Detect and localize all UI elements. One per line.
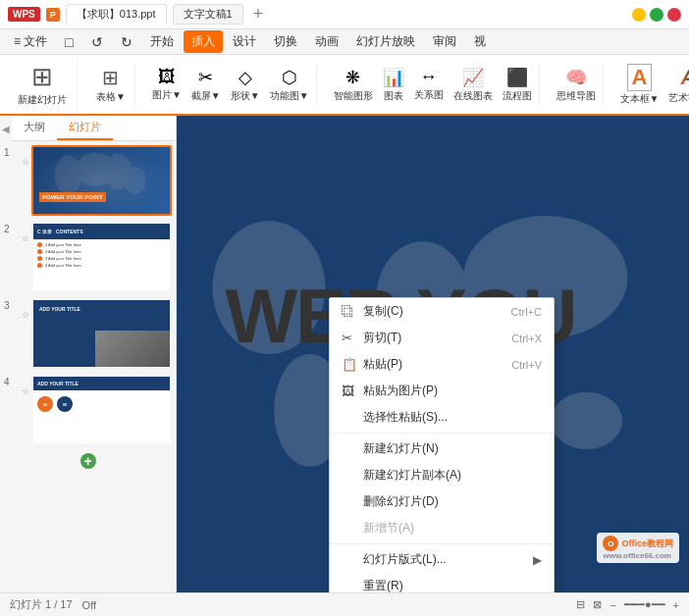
list-item[interactable]: 2 ☆ C 目录 CONTENTS 1 Add your Title here … [4,222,172,292]
menu-paste-image[interactable]: 🖼 粘贴为图片(P) [330,378,554,404]
slide4-background: ADD YOUR TITLE 50 90 [33,377,170,443]
menu-redo1-icon[interactable]: ↺ [83,31,111,53]
menu-slideshow[interactable]: 幻灯片放映 [348,30,423,53]
mindmap-group: 🧠 思维导图 [550,65,604,105]
menu-review[interactable]: 审阅 [425,30,464,53]
zoom-in-btn[interactable]: + [673,599,679,611]
list-item[interactable]: 4 ☆ ADD YOUR TITLE 50 90 [4,375,172,445]
new-slide-icon: ⊞ [31,62,53,92]
wps-logo: WPS [8,7,40,22]
slide-number-1: 1 [4,147,18,158]
list-item[interactable]: 3 ☆ ADD YOUR TITLE [4,298,172,369]
menu-copy[interactable]: ⿻ 复制(C) Ctrl+C [330,298,554,325]
screenshot-icon: ✂ [198,67,213,88]
menu-new-slide[interactable]: 新建幻灯片(N) [330,436,554,462]
menu-new-slide-copy[interactable]: 新建幻灯片副本(A) [330,462,554,488]
list-item[interactable]: 1 ☆ POWER YOUR POINT [4,145,172,216]
menu-redo2-icon[interactable]: ↻ [113,31,140,53]
slide1-map-svg [33,147,170,214]
menu-transition[interactable]: 切换 [266,30,305,53]
online-chart-btn[interactable]: 📈 在线图表 [450,65,496,105]
doc-tab[interactable]: 文字文稿1 [173,4,243,25]
zoom-slider[interactable]: ━━━●━━ [624,598,665,611]
outline-tab[interactable]: 大纲 [12,116,57,140]
slide2-header-text2: CONTENTS [56,229,83,234]
menu-cut-label: 剪切(T) [363,330,401,346]
menu-paste[interactable]: 📋 粘贴(P) Ctrl+V [330,351,554,378]
mindmap-icon: 🧠 [565,67,587,88]
function-btn[interactable]: ⬡ 功能图▼ [267,65,312,105]
slide-star-4: ☆ [22,386,29,396]
menu-view[interactable]: 视 [466,30,494,53]
menu-animation[interactable]: 动画 [307,30,346,53]
menu-selective-paste[interactable]: 选择性粘贴(S)... [330,404,554,431]
table-btn[interactable]: ⊞ 表格▼ [93,64,129,106]
menu-undo-icon[interactable]: □ [57,31,80,53]
menu-start[interactable]: 开始 [142,30,182,53]
menu-slide-layout[interactable]: 幻灯片版式(L)... ▶ [330,546,554,573]
status-right: ⊟ ⊠ − ━━━●━━ + [576,598,679,611]
slide-info: 幻灯片 1 / 17 [10,597,73,612]
menu-file[interactable]: ≡ 文件 [6,30,55,53]
slide-thumb-2[interactable]: C 目录 CONTENTS 1 Add your Title here 2 Ad… [31,222,172,292]
view-icon-normal[interactable]: ⊟ [576,598,585,611]
slide-thumb-4[interactable]: ADD YOUR TITLE 50 90 [31,375,172,445]
slide-thumb-3[interactable]: ADD YOUR TITLE [31,298,172,369]
maximize-btn[interactable] [650,8,663,22]
menu-delete-slide[interactable]: 删除幻灯片(D) [330,488,554,515]
toolbar: ⊞ 新建幻灯片 ⊞ 表格▼ 🖼 图片▼ ✂ 截屏▼ ◇ 形状▼ ⬡ 功能图▼ [0,55,689,116]
watermark: O Office教程网 www.office66.com [597,533,679,563]
art-label: 艺术字▼ [668,91,689,105]
slide3-image [95,331,170,367]
function-label: 功能图▼ [270,89,309,103]
sep-1 [330,433,554,434]
mindmap-btn[interactable]: 🧠 思维导图 [554,65,599,105]
add-slide-btn[interactable]: + [80,453,96,469]
slide3-background: ADD YOUR TITLE [33,300,170,367]
minimize-btn[interactable] [632,8,646,22]
smart-shape-btn[interactable]: ❋ 智能图形 [331,65,376,105]
add-tab-btn[interactable]: + [249,4,268,25]
menu-copy-label: 复制(C) [363,303,403,320]
flowchart-btn[interactable]: ⬛ 流程图 [500,65,535,105]
dot-3 [37,256,42,261]
close-btn[interactable] [667,8,681,22]
relation-btn[interactable]: ↔ 关系图 [411,65,447,104]
file-tab[interactable]: 【求职】013.ppt [66,4,167,25]
slide2-text1: 1 Add your Title here [45,242,81,247]
slide-thumb-1[interactable]: POWER YOUR POINT [31,145,172,216]
chart-btn[interactable]: 📊 图表 [380,65,407,105]
textbox-btn[interactable]: A 文本框▼ [617,62,662,108]
slide2-header-text: C 目录 [37,229,52,234]
textbox-label: 文本框▼ [620,92,660,106]
menu-cut[interactable]: ✂ 剪切(T) Ctrl+X [330,325,554,351]
slides-tab[interactable]: 幻灯片 [57,116,113,140]
slide-view: WER YOU ⿻ 复制(C) Ctrl+C ✂ 剪切(T) Ctrl+X 📋 … [177,116,689,592]
menu-reset-label: 重置(R) [363,578,403,592]
collapse-arrow[interactable]: ◀ [0,124,12,134]
image-btn[interactable]: 🖼 图片▼ [149,65,185,104]
menu-delete-slide-label: 删除幻灯片(D) [363,493,439,510]
menu-reset[interactable]: 重置(R) [330,573,554,592]
chart-icon: 📊 [383,67,404,88]
svg-point-9 [551,392,622,449]
table-label: 表格▼ [96,90,126,104]
menu-insert[interactable]: 插入 [184,30,223,53]
screenshot-btn[interactable]: ✂ 截屏▼ [188,65,224,105]
slide4-title-text: ADD YOUR TITLE [37,381,79,386]
online-chart-label: 在线图表 [453,89,493,103]
textbox-icon: A [627,64,653,91]
smart-shape-icon: ❋ [345,67,360,88]
circle-90: 90 [57,396,73,412]
slide-number-4: 4 [4,377,18,387]
view-icon-fit[interactable]: ⊠ [593,598,602,611]
shape-btn[interactable]: ◇ 形状▼ [228,65,263,105]
art-icon: A [680,65,689,90]
slide2-background: C 目录 CONTENTS 1 Add your Title here 2 Ad… [33,224,170,290]
art-btn[interactable]: A 艺术字▼ [665,63,689,107]
zoom-out-btn[interactable]: − [610,599,615,611]
new-slide-btn[interactable]: ⊞ 新建幻灯片 [14,60,71,109]
menu-new-slide-label: 新建幻灯片(N) [363,440,439,457]
menu-design[interactable]: 设计 [225,30,264,53]
watermark-text1: Office教程网 [621,538,673,550]
